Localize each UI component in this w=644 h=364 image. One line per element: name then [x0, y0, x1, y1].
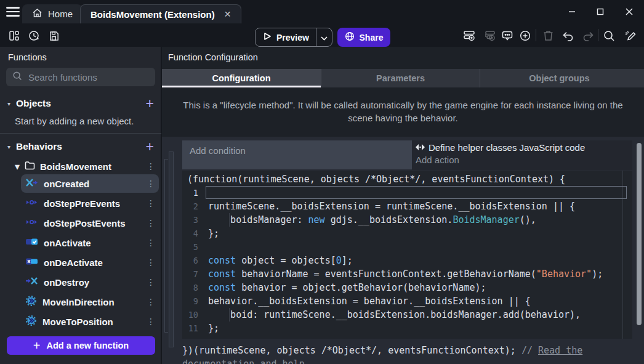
add-condition-button[interactable]: Add condition — [182, 140, 412, 169]
indent-guide — [229, 213, 230, 227]
code-line-2[interactable]: 2runtimeScene.__boidsExtension = runtime… — [182, 200, 632, 213]
function-item-onDestroy[interactable]: onDestroy⋮ — [21, 273, 159, 291]
kebab-menu-icon[interactable]: ⋮ — [147, 317, 154, 326]
chevron-down-icon[interactable]: ▾ — [7, 144, 10, 150]
search-functions-input[interactable] — [28, 72, 139, 83]
function-item-label: onDeActivate — [44, 257, 140, 268]
code-line-8[interactable]: 8const behavior = object.getBehavior(beh… — [182, 281, 632, 294]
function-item-onActivate[interactable]: onActivate⋮ — [21, 233, 159, 252]
chevron-down-icon — [321, 32, 328, 43]
folder-icon — [25, 161, 35, 172]
gear-icon — [26, 296, 36, 309]
redo-icon[interactable] — [581, 29, 595, 42]
code-line-3[interactable]: 3 boidsManager: new gdjs.__boidsExtensio… — [182, 213, 632, 227]
code-line-11[interactable]: 11}; — [182, 322, 632, 335]
play-icon — [263, 32, 272, 42]
chevron-down-icon: ▾ — [15, 161, 20, 172]
kebab-menu-icon[interactable]: ⋮ — [147, 297, 154, 307]
code-lines: 12runtimeScene.__boidsExtension = runtim… — [182, 186, 632, 335]
function-item-label: onActivate — [44, 238, 140, 248]
search-events-icon[interactable] — [602, 29, 616, 42]
behaviors-section-header: ▾ Behaviors + — [0, 138, 161, 155]
add-action-button[interactable]: Add action — [412, 153, 632, 165]
window-minimize-button[interactable] — [563, 0, 581, 23]
deactivate-icon — [26, 257, 38, 268]
code-line-5[interactable]: 5 — [182, 240, 632, 254]
line-number: 8 — [182, 281, 198, 294]
function-item-onCreated[interactable]: onCreated⋮ — [21, 174, 159, 193]
tab-extension-label: BoidsMovement (Extension) — [91, 9, 215, 20]
function-item-label: MoveInDirection — [42, 297, 140, 307]
edit-settings-icon[interactable] — [623, 29, 637, 42]
function-item-doStepPostEvents[interactable]: doStepPostEvents⋮ — [21, 214, 159, 232]
event-drag-handle[interactable] — [169, 152, 174, 347]
search-functions-box[interactable] — [6, 68, 155, 86]
undo-icon[interactable] — [561, 29, 574, 42]
code-readonly-footer: })(runtimeScene, objects /*Object*/, eve… — [182, 344, 601, 364]
code-line-6[interactable]: 6const object = objects[0]; — [182, 254, 632, 267]
tab-object-groups[interactable]: Object groups — [480, 69, 638, 87]
function-item-onDeActivate[interactable]: onDeActivate⋮ — [21, 253, 159, 272]
code-line-4[interactable]: 4}; — [182, 227, 632, 240]
kebab-menu-icon[interactable]: ⋮ — [147, 198, 154, 208]
choose-event-icon[interactable] — [518, 29, 532, 42]
add-object-button[interactable]: + — [146, 97, 154, 110]
code-line-10[interactable]: 10 boid: runtimeScene.__boidsExtension.b… — [182, 308, 632, 322]
behavior-folder-row[interactable]: ▾ BoidsMovement ⋮ — [0, 158, 161, 175]
js-code-event-title[interactable]: Define helper classes JavaScript code — [412, 140, 632, 153]
project-manager-menu-icon[interactable] — [6, 7, 20, 17]
events-scrollbar-thumb[interactable] — [637, 143, 642, 325]
chevron-down-icon[interactable]: ▾ — [7, 100, 10, 107]
tab-parameters[interactable]: Parameters — [321, 69, 480, 87]
code-line-7[interactable]: 7const behaviorName = eventsFunctionCont… — [182, 267, 632, 281]
function-item-MoveToPosition[interactable]: MoveToPosition⋮ — [21, 312, 159, 331]
panel-title: Function Configuration — [162, 47, 644, 62]
line-number: 3 — [182, 213, 198, 227]
add-function-label: Add a new function — [46, 341, 129, 350]
open-project-manager-icon[interactable] — [7, 29, 21, 42]
function-item-MoveInDirection[interactable]: MoveInDirection⋮ — [21, 293, 159, 311]
home-icon — [32, 8, 42, 20]
line-number: 5 — [182, 240, 198, 254]
tab-close-icon[interactable]: ✕ — [224, 9, 231, 19]
kebab-menu-icon[interactable]: ⋮ — [147, 218, 154, 228]
functions-list: onCreated⋮doStepPreEvents⋮doStepPostEven… — [21, 174, 159, 332]
line-number: 6 — [182, 254, 198, 267]
version-history-icon[interactable] — [27, 29, 41, 42]
preview-button[interactable]: Preview — [255, 28, 332, 47]
share-button[interactable]: Share — [337, 28, 390, 47]
add-subevent-icon[interactable] — [483, 29, 496, 42]
add-behavior-button[interactable]: + — [146, 140, 154, 153]
code-text: }; — [198, 322, 219, 335]
window-close-button[interactable] — [620, 0, 638, 23]
add-event-icon[interactable] — [462, 29, 476, 42]
plus-icon: + — [33, 339, 41, 353]
tab-configuration[interactable]: Configuration — [162, 69, 321, 87]
tab-home[interactable]: Home — [22, 4, 83, 23]
add-function-button[interactable]: + Add a new function — [7, 336, 155, 355]
kebab-menu-icon[interactable]: ⋮ — [147, 161, 154, 171]
tab-home-label: Home — [48, 9, 73, 19]
line-number: 1 — [182, 186, 198, 200]
kebab-menu-icon[interactable]: ⋮ — [147, 277, 154, 287]
code-line-9[interactable]: 9behavior.__boidsExtension = behavior.__… — [182, 294, 632, 308]
kebab-menu-icon[interactable]: ⋮ — [147, 238, 154, 248]
add-comment-icon[interactable] — [501, 29, 514, 42]
tab-extension[interactable]: BoidsMovement (Extension) ✕ — [80, 4, 241, 23]
code-text: const behaviorName = eventsFunctionConte… — [198, 267, 603, 281]
function-item-doStepPreEvents[interactable]: doStepPreEvents⋮ — [21, 194, 159, 212]
code-text: }; — [198, 227, 219, 240]
search-icon — [12, 71, 22, 83]
globe-icon — [345, 31, 355, 43]
js-code-editor[interactable]: (function(runtimeScene, objects /*Object… — [182, 171, 632, 339]
step-icon — [26, 217, 38, 229]
line-number: 2 — [182, 200, 198, 213]
save-icon[interactable] — [47, 29, 60, 42]
indent-guide — [229, 308, 230, 322]
kebab-menu-icon[interactable]: ⋮ — [147, 179, 154, 188]
delete-icon[interactable] — [541, 29, 555, 42]
kebab-menu-icon[interactable]: ⋮ — [147, 257, 154, 267]
events-sheet: Add condition Define helper classes Java… — [162, 137, 644, 364]
preview-options-dropdown[interactable] — [316, 28, 332, 46]
window-maximize-button[interactable] — [591, 0, 610, 23]
